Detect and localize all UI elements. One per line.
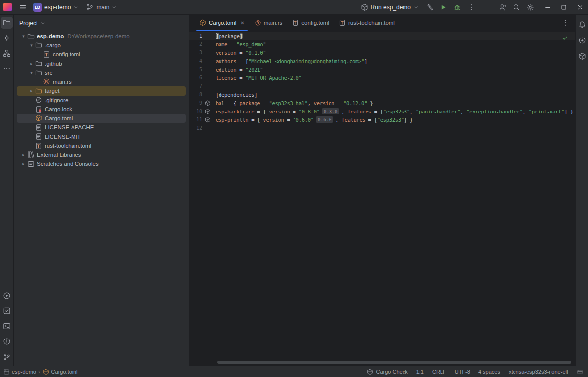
caret-position-widget[interactable]: 1:1 xyxy=(416,369,424,375)
line-number: 1 xyxy=(189,33,202,38)
crate-gutter-icon[interactable] xyxy=(203,117,212,123)
run-configuration-widget[interactable]: Run esp_demo xyxy=(357,1,423,14)
tree-item-config-toml[interactable]: config.toml xyxy=(17,50,186,59)
vcs-branch-widget[interactable]: main xyxy=(82,1,121,14)
status-indicator-widget[interactable] xyxy=(577,369,583,375)
line-separator-widget[interactable]: CRLF xyxy=(432,369,446,375)
code-line-12[interactable]: 12 xyxy=(189,124,575,132)
code-line-3[interactable]: 3version = "0.1.0" xyxy=(189,48,575,57)
chevron-expanded-icon[interactable]: ▾ xyxy=(28,43,35,48)
structure-tool-button[interactable] xyxy=(1,47,13,59)
code-line-7[interactable]: 7 xyxy=(189,82,575,90)
code-token: = xyxy=(290,109,299,114)
tree-item-license-mit[interactable]: LICENSE-MIT xyxy=(17,132,186,142)
chevron-collapsed-icon[interactable]: ▸ xyxy=(20,161,27,166)
code-token: "esp_demo" xyxy=(236,41,266,47)
toolchain-target-widget[interactable]: xtensa-esp32s3-none-elf xyxy=(509,369,568,375)
version-control-tool-button[interactable] xyxy=(1,351,13,363)
chevron-collapsed-icon[interactable]: ▸ xyxy=(28,61,35,66)
tree-item-cargo-toml[interactable]: Cargo.toml xyxy=(17,114,186,123)
editor-horizontal-scrollbar[interactable] xyxy=(217,361,571,364)
search-everywhere-button[interactable] xyxy=(510,1,523,14)
more-actions-button[interactable] xyxy=(464,1,478,14)
run-tool-button[interactable] xyxy=(1,290,13,302)
breadcrumb-esp-demo[interactable]: esp-demo xyxy=(3,369,36,375)
chevron-collapsed-icon[interactable]: ▸ xyxy=(20,152,27,157)
project-tool-button[interactable] xyxy=(1,17,13,29)
tree-item-scratches-and-consoles[interactable]: ▸Scratches and Consoles xyxy=(17,159,186,169)
code-line-10[interactable]: 10esp-backtrace = { version = "0.8.0"0.8… xyxy=(189,107,575,115)
code-token: , xyxy=(308,100,314,106)
tree-item-esp-demo[interactable]: ▾esp-demoD:\Workspace\esp-demo xyxy=(17,32,186,41)
tab-cargo-toml[interactable]: Cargo.toml✕ xyxy=(194,15,250,31)
build-button[interactable] xyxy=(423,1,437,14)
tab-config-toml[interactable]: config.toml xyxy=(287,15,334,31)
notifications-button[interactable] xyxy=(576,19,588,31)
terminal-tool-button[interactable] xyxy=(1,320,13,332)
debug-button[interactable] xyxy=(450,1,464,14)
run-button[interactable] xyxy=(437,1,450,14)
line-number: 4 xyxy=(189,58,202,64)
tree-item-license-apache[interactable]: LICENSE-APACHE xyxy=(17,123,186,132)
tree-item-main-rs[interactable]: main.rs xyxy=(17,77,186,87)
code-token: license xyxy=(216,75,236,81)
inspections-status-icon[interactable] xyxy=(561,35,568,43)
chevron-expanded-icon[interactable]: ▾ xyxy=(20,34,27,38)
tree-item-cargo[interactable]: ▾.cargo xyxy=(17,41,186,50)
cargo-tool-button[interactable] xyxy=(576,50,588,62)
code-line-11[interactable]: 11esp-println = { version = "0.6.0"0.6.0… xyxy=(189,115,575,124)
tree-item-rust-toolchain-toml[interactable]: rust-toolchain.toml xyxy=(17,141,186,151)
code-line-2[interactable]: 2name = "esp_demo" xyxy=(189,40,575,48)
tree-item-label: .gitignore xyxy=(45,97,68,103)
file-encoding-widget[interactable]: UTF-8 xyxy=(455,369,470,375)
close-button[interactable] xyxy=(572,0,588,15)
code-token: ] } xyxy=(564,109,573,114)
chevron-collapsed-icon[interactable]: ▸ xyxy=(28,88,35,93)
cargo-icon xyxy=(35,114,42,122)
indent-style-widget[interactable]: 4 spaces xyxy=(478,369,500,375)
ai-assistant-button[interactable] xyxy=(576,35,588,46)
tree-item-github[interactable]: ▸.github xyxy=(17,59,186,69)
code-line-5[interactable]: 5edition = "2021" xyxy=(189,65,575,74)
problems-tool-button[interactable] xyxy=(1,336,13,347)
code-line-1[interactable]: 1[package] xyxy=(189,32,575,40)
cargo-check-widget[interactable]: Cargo Check xyxy=(367,369,407,375)
project-widget[interactable]: ED esp-demo xyxy=(30,1,82,14)
crate-gutter-icon[interactable] xyxy=(203,109,212,114)
folder-icon xyxy=(3,19,11,27)
tree-item-cargo-lock[interactable]: Cargo.lock xyxy=(17,105,186,114)
more-tool-windows-button[interactable] xyxy=(1,63,13,75)
main-menu-button[interactable] xyxy=(16,1,30,14)
close-tab-icon[interactable]: ✕ xyxy=(240,20,244,26)
tree-item-target[interactable]: ▸target xyxy=(17,86,186,96)
git-branch-icon xyxy=(86,3,94,11)
breadcrumb-cargo-toml[interactable]: Cargo.toml xyxy=(43,369,78,375)
code-token: esp-println xyxy=(216,117,248,123)
code-text: authors = ["Michael <donghaiming@donghai… xyxy=(212,58,367,64)
tree-item-external-libraries[interactable]: ▸External Libraries xyxy=(17,151,186,160)
cargoLock-icon xyxy=(35,106,42,113)
tab-rust-toolchain-toml[interactable]: rust-toolchain.toml xyxy=(334,15,400,31)
tab-options-button[interactable] xyxy=(559,17,571,29)
project-panel-header[interactable]: Project xyxy=(14,15,189,31)
code-line-9[interactable]: 9hal = { package = "esp32s3-hal", versio… xyxy=(189,99,575,107)
code-token: "0.6.0" xyxy=(293,117,314,123)
chevron-expanded-icon[interactable]: ▾ xyxy=(28,70,35,75)
code-token: , xyxy=(523,109,529,114)
code-token: 0.8.0 xyxy=(322,108,340,114)
code-with-me-button[interactable] xyxy=(496,1,510,14)
code-line-6[interactable]: 6license = "MIT OR Apache-2.0" xyxy=(189,74,575,82)
todo-tool-button[interactable] xyxy=(1,305,13,317)
minimize-button[interactable] xyxy=(539,0,555,15)
settings-button[interactable] xyxy=(523,1,537,14)
maximize-button[interactable] xyxy=(555,0,572,15)
code-line-8[interactable]: 8[dependencies] xyxy=(189,90,575,99)
toml-icon xyxy=(35,142,42,150)
tab-main-rs[interactable]: main.rs xyxy=(250,15,288,31)
code-line-4[interactable]: 4authors = ["Michael <donghaiming@dongha… xyxy=(189,57,575,65)
crate-gutter-icon[interactable] xyxy=(203,100,212,106)
tree-item-gitignore[interactable]: .gitignore xyxy=(17,96,186,105)
editor-surface[interactable]: 1[package]2name = "esp_demo"3version = "… xyxy=(189,31,575,366)
commit-tool-button[interactable] xyxy=(1,32,13,44)
tree-item-src[interactable]: ▾src xyxy=(17,68,186,77)
